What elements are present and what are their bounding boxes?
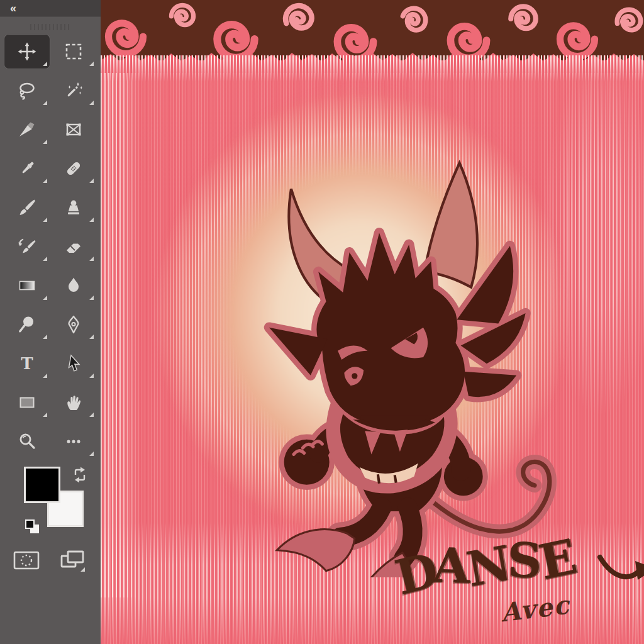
- eyedropper-icon: [17, 158, 37, 179]
- history-brush-tool-button[interactable]: [4, 229, 50, 264]
- panel-grip-handle[interactable]: [30, 24, 70, 30]
- title-tail-arrow: [597, 552, 644, 600]
- dodge-icon: [17, 314, 37, 335]
- dodge-tool-button[interactable]: [4, 307, 50, 342]
- artboard-canvas[interactable]: DANSE Avec: [101, 0, 644, 644]
- magic-wand-tool-button[interactable]: [50, 73, 97, 108]
- slice-tool-button[interactable]: [4, 112, 50, 147]
- flyout-indicator: [43, 179, 47, 183]
- healing-brush-icon: [64, 158, 84, 179]
- type-icon: T: [17, 353, 37, 374]
- healing-brush-tool-button[interactable]: [50, 151, 97, 186]
- pen-icon: [64, 314, 84, 335]
- swap-colors-icon[interactable]: [70, 465, 89, 487]
- type-tool-button[interactable]: T: [4, 346, 50, 381]
- zoom-magnifier-icon: [17, 431, 37, 452]
- history-brush-icon: [17, 236, 37, 257]
- flyout-indicator: [43, 218, 47, 222]
- flyout-indicator: [89, 296, 94, 300]
- flyout-indicator: [43, 413, 47, 417]
- flyout-indicator: [89, 218, 94, 222]
- clone-stamp-tool-button[interactable]: [50, 190, 97, 225]
- gradient-icon: [17, 275, 37, 296]
- frame-tool-button[interactable]: [50, 112, 97, 147]
- panel-header: «: [0, 0, 101, 17]
- type-glyph: T: [21, 354, 33, 373]
- magic-wand-icon: [64, 80, 84, 101]
- flyout-indicator: [43, 101, 47, 105]
- selection-arrow-icon: [64, 353, 84, 374]
- eraser-tool-button[interactable]: [50, 229, 97, 264]
- ellipsis-icon: [64, 431, 84, 452]
- move-icon: [17, 42, 37, 62]
- marquee-tool-button[interactable]: [50, 34, 97, 69]
- lasso-icon: [17, 80, 37, 101]
- flyout-indicator: [89, 179, 94, 183]
- foreground-color-swatch[interactable]: [24, 467, 60, 503]
- flyout-indicator: [43, 374, 47, 378]
- flyout-indicator: [89, 62, 94, 66]
- flyout-indicator: [89, 335, 94, 339]
- color-swatch-cluster: [0, 465, 101, 540]
- blur-drop-icon: [64, 275, 84, 296]
- flyout-indicator: [80, 567, 85, 572]
- flyout-indicator: [43, 335, 47, 339]
- decorative-swirl-band: [101, 0, 644, 60]
- default-colors-icon[interactable]: [23, 517, 44, 541]
- hand-icon: [64, 392, 84, 413]
- clone-stamp-icon: [64, 197, 84, 218]
- flyout-indicator: [43, 257, 47, 261]
- rectangle-tool-button[interactable]: [4, 385, 50, 420]
- screen-mode-icon[interactable]: [59, 548, 88, 575]
- devil-illustration: [195, 137, 566, 577]
- slice-knife-icon: [17, 119, 37, 140]
- flyout-indicator: [89, 257, 94, 261]
- rectangle-shape-icon: [17, 392, 37, 413]
- flyout-indicator: [89, 413, 94, 417]
- eraser-icon: [64, 236, 84, 257]
- move-tool-button[interactable]: [4, 34, 50, 69]
- quick-mask-icon[interactable]: [13, 548, 40, 575]
- panel-footer-icons: [0, 540, 101, 575]
- frame-icon: [64, 119, 84, 140]
- path-selection-tool-button[interactable]: [50, 346, 97, 381]
- zoom-tool-button[interactable]: [4, 424, 50, 459]
- brush-tool-button[interactable]: [4, 190, 50, 225]
- flyout-indicator: [43, 62, 47, 66]
- flyout-indicator: [43, 140, 47, 144]
- gradient-tool-button[interactable]: [4, 268, 50, 303]
- more-tools-button[interactable]: [50, 424, 97, 459]
- tool-grid: T: [0, 33, 101, 459]
- collapse-panel-icon[interactable]: «: [10, 2, 17, 15]
- eyedropper-tool-button[interactable]: [4, 151, 50, 186]
- flyout-indicator: [43, 296, 47, 300]
- tools-panel: «: [0, 0, 101, 644]
- blur-tool-button[interactable]: [50, 268, 97, 303]
- flyout-indicator: [89, 101, 94, 105]
- hand-tool-button[interactable]: [50, 385, 97, 420]
- photoshop-workspace: «: [0, 0, 644, 644]
- brush-icon: [17, 197, 37, 218]
- flyout-indicator: [89, 374, 94, 378]
- band-fringe-texture: [101, 55, 644, 82]
- lasso-tool-button[interactable]: [4, 73, 50, 108]
- flyout-indicator: [89, 452, 94, 456]
- rectangular-marquee-icon: [64, 42, 84, 62]
- pen-tool-button[interactable]: [50, 307, 97, 342]
